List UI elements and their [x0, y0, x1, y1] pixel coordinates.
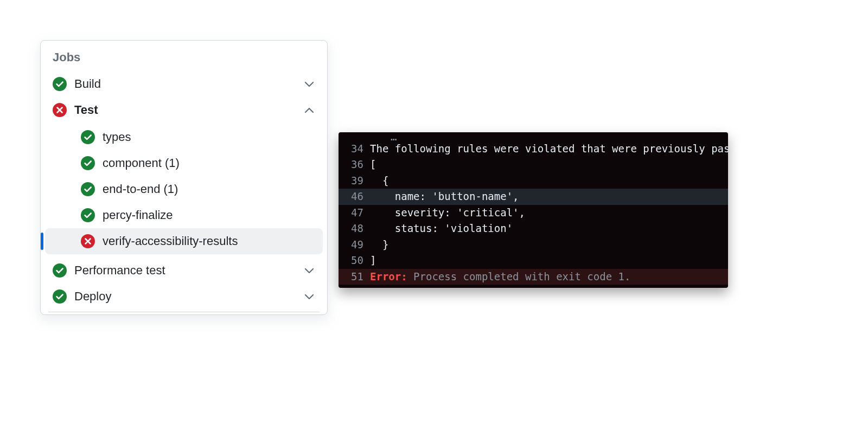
job-label: Build — [74, 77, 296, 91]
subjob-label: types — [103, 130, 131, 144]
check-circle-icon — [81, 182, 95, 196]
job-label: Deploy — [74, 289, 296, 304]
log-line[interactable]: 39 { — [339, 173, 728, 189]
log-line-text: severity: 'critical', — [370, 205, 728, 221]
log-line[interactable]: 50] — [339, 253, 728, 268]
log-truncated-hint: … — [339, 136, 728, 141]
log-line[interactable]: 49 } — [339, 237, 728, 253]
subjob-component[interactable]: component (1) — [45, 150, 323, 176]
check-circle-icon — [53, 263, 67, 278]
log-line-text: { — [370, 173, 728, 189]
subjob-label: end-to-end (1) — [103, 182, 178, 196]
log-line-text: [ — [370, 157, 728, 172]
log-line-number: 50 — [339, 253, 370, 268]
log-line-number: 39 — [339, 173, 370, 189]
chevron-down-icon — [303, 291, 315, 302]
subjob-end-to-end[interactable]: end-to-end (1) — [45, 176, 323, 202]
log-line-text: name: 'button-name', — [370, 189, 728, 204]
check-circle-icon — [53, 77, 67, 91]
log-line-number: 51 — [339, 269, 370, 285]
job-performance-test[interactable]: Performance test — [41, 257, 327, 284]
jobs-panel: Jobs Build Test types component (1) end-… — [40, 40, 328, 315]
check-circle-icon — [81, 156, 95, 170]
log-line-number: 49 — [339, 237, 370, 253]
subjob-percy-finalize[interactable]: percy-finalize — [45, 202, 323, 228]
chevron-down-icon — [303, 78, 315, 90]
check-circle-icon — [81, 208, 95, 222]
log-line[interactable]: 47 severity: 'critical', — [339, 205, 728, 221]
job-build[interactable]: Build — [41, 71, 327, 97]
log-line-text: Error: Process completed with exit code … — [370, 269, 728, 285]
log-line-number: 36 — [339, 157, 370, 172]
chevron-down-icon — [303, 265, 315, 276]
log-line-text: ] — [370, 253, 728, 268]
x-circle-icon — [81, 234, 95, 248]
log-line-text: status: 'violation' — [370, 221, 728, 236]
subjob-label: percy-finalize — [103, 208, 173, 222]
job-label: Performance test — [74, 263, 296, 278]
log-line-number: 46 — [339, 189, 370, 204]
subjob-types[interactable]: types — [45, 124, 323, 150]
divider — [48, 312, 320, 312]
job-test[interactable]: Test — [41, 97, 327, 123]
chevron-up-icon — [303, 104, 315, 116]
log-line[interactable]: 46 name: 'button-name', — [339, 189, 728, 204]
log-line[interactable]: 51Error: Process completed with exit cod… — [339, 269, 728, 285]
x-circle-icon — [53, 103, 67, 117]
log-line-number: 47 — [339, 205, 370, 221]
log-line[interactable]: 48 status: 'violation' — [339, 221, 728, 236]
log-output[interactable]: … 34The following rules were violated th… — [339, 132, 728, 288]
subjob-label: component (1) — [103, 156, 180, 170]
jobs-title: Jobs — [41, 45, 327, 71]
log-line[interactable]: 34The following rules were violated that… — [339, 141, 728, 157]
log-line-number: 34 — [339, 141, 370, 157]
job-deploy[interactable]: Deploy — [41, 284, 327, 310]
subjob-verify-accessibility-results[interactable]: verify-accessibility-results — [45, 228, 323, 254]
job-label: Test — [74, 103, 296, 117]
log-line-number: 48 — [339, 221, 370, 236]
log-line-text: } — [370, 237, 728, 253]
log-error-keyword: Error: — [370, 271, 407, 282]
check-circle-icon — [53, 289, 67, 304]
log-line[interactable]: 36[ — [339, 157, 728, 172]
log-line-text: The following rules were violated that w… — [370, 141, 728, 157]
job-test-children: types component (1) end-to-end (1) percy… — [41, 123, 327, 257]
check-circle-icon — [81, 130, 95, 144]
subjob-label: verify-accessibility-results — [103, 234, 238, 248]
